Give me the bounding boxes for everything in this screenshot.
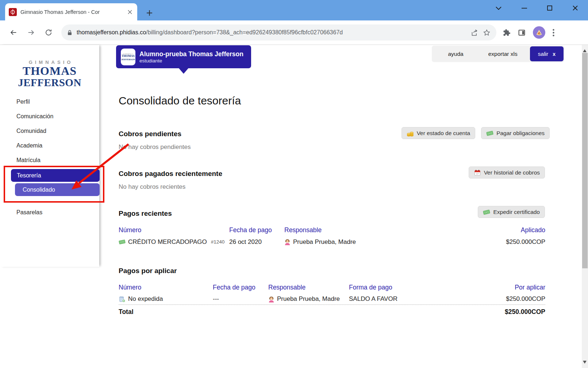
sidebar-item-perfil[interactable]: Perfil bbox=[16, 99, 30, 105]
pagos-recientes-header-row: Número Fecha de pago Responsable Aplicad… bbox=[119, 224, 545, 236]
logo-thomas: THOMAS bbox=[0, 65, 99, 77]
col-fecha: Fecha de pago bbox=[213, 284, 268, 291]
ayuda-link[interactable]: ayuda bbox=[435, 51, 476, 57]
salir-label: salir bbox=[538, 51, 548, 57]
pagos-por-aplicar-title: Pagos por aplicar bbox=[119, 267, 177, 275]
scroll-up-icon[interactable] bbox=[583, 47, 587, 52]
close-window-button[interactable] bbox=[562, 0, 588, 16]
coins-icon bbox=[407, 130, 414, 137]
url-domain: thomasjefferson.phidias.co bbox=[77, 29, 146, 35]
extensions-puzzle-icon[interactable] bbox=[503, 29, 511, 37]
school-logo: GIMNASIO THOMAS JEFFERSON bbox=[0, 60, 99, 88]
cobros-pendientes-empty: No hay cobros pendientes bbox=[119, 143, 191, 151]
side-panel-icon[interactable] bbox=[518, 29, 526, 37]
total-value: $250.000COP bbox=[476, 308, 545, 316]
user-name: Alumno-prueba Thomas Jefferson bbox=[139, 50, 243, 58]
pagos-recientes-title: Pagos recientes bbox=[119, 210, 172, 218]
cobros-pendientes-buttons: Ver estado de cuenta Pagar obligaciones bbox=[401, 127, 550, 139]
browser-menu-icon[interactable] bbox=[553, 29, 554, 37]
col-responsable: Responsable bbox=[284, 226, 476, 234]
tab-search-chevron-icon[interactable] bbox=[486, 0, 511, 16]
page-content: ayuda exportar xls salir x GIMNASIO THOM… bbox=[0, 45, 588, 368]
profile-avatar[interactable] bbox=[533, 26, 545, 39]
salir-button[interactable]: salir x bbox=[530, 46, 564, 61]
phidias-favicon-icon bbox=[9, 8, 17, 16]
header-action-bar: ayuda exportar xls salir x bbox=[432, 46, 564, 62]
cobros-pendientes-title: Cobros pendientes bbox=[119, 130, 181, 138]
col-responsable: Responsable bbox=[268, 284, 349, 291]
pago-numero: No expedida bbox=[128, 295, 163, 303]
pago-numero[interactable]: CRÉDITO MERCADOPAGO bbox=[128, 238, 207, 246]
pagos-por-aplicar-row: No expedida --- Prueba Prueba, Madre SAL… bbox=[119, 294, 545, 305]
new-tab-button[interactable] bbox=[145, 9, 153, 17]
forward-icon[interactable] bbox=[25, 26, 37, 39]
page-scrollbar[interactable] bbox=[582, 45, 588, 368]
sidebar-item-comunidad[interactable]: Comunidad bbox=[16, 128, 46, 134]
expedir-certificado-button[interactable]: Expedir certificado bbox=[478, 206, 545, 218]
lock-icon bbox=[67, 30, 72, 36]
pago-responsable: Prueba Prueba, Madre bbox=[293, 238, 356, 246]
user-role: estudiante bbox=[139, 58, 243, 64]
col-por-aplicar: Por aplicar bbox=[476, 284, 545, 291]
exportar-xls-link[interactable]: exportar xls bbox=[476, 51, 530, 57]
user-badge[interactable]: GIMNASIO THOMAS JEFFERSON Alumno-prueba … bbox=[116, 45, 251, 68]
receipt-icon bbox=[119, 296, 126, 303]
pagos-por-aplicar-header-row: Número Fecha de pago Responsable Forma d… bbox=[119, 281, 545, 294]
ver-estado-label: Ver estado de cuenta bbox=[417, 130, 470, 137]
page-title: Consolidado de tesorería bbox=[119, 95, 241, 107]
col-aplicado: Aplicado bbox=[476, 226, 545, 234]
ver-estado-de-cuenta-button[interactable]: Ver estado de cuenta bbox=[401, 127, 476, 139]
pago-fecha: --- bbox=[213, 295, 268, 303]
cobros-pagados-empty: No hay cobros recientes bbox=[119, 183, 185, 191]
calendar-icon: 17 bbox=[474, 169, 481, 176]
badge-pointer bbox=[179, 68, 188, 74]
scroll-down-icon[interactable] bbox=[583, 361, 587, 365]
col-numero: Número bbox=[119, 226, 229, 234]
pagos-recientes-row: CRÉDITO MERCADOPAGO #1240 26 oct 2020 Pr… bbox=[119, 236, 545, 248]
url-path: /billing/dashboard?person=738&_ach=ed926… bbox=[146, 29, 343, 35]
tab-close-icon[interactable] bbox=[126, 8, 134, 16]
pagar-obligaciones-label: Pagar obligaciones bbox=[496, 130, 545, 137]
annotation-highlight-rectangle bbox=[4, 166, 104, 203]
maximize-button[interactable] bbox=[537, 0, 562, 16]
pago-aplicado: $250.000COP bbox=[476, 238, 545, 246]
pagos-recientes-table: Número Fecha de pago Responsable Aplicad… bbox=[119, 224, 545, 248]
address-bar[interactable]: thomasjefferson.phidias.co/billing/dashb… bbox=[61, 24, 496, 41]
browser-toolbar: thomasjefferson.phidias.co/billing/dashb… bbox=[0, 20, 588, 45]
scrollbar-thumb[interactable] bbox=[582, 53, 588, 268]
pagos-por-aplicar-table: Número Fecha de pago Responsable Forma d… bbox=[119, 281, 545, 319]
total-row: Total $250.000COP bbox=[119, 305, 545, 319]
browser-tab[interactable]: Gimnasio Thomas Jefferson - Cor bbox=[5, 3, 137, 20]
sidebar-item-comunicacion[interactable]: Comunicación bbox=[16, 113, 53, 120]
reload-icon[interactable] bbox=[42, 26, 55, 39]
back-icon[interactable] bbox=[7, 26, 20, 39]
salir-close-icon: x bbox=[553, 51, 556, 57]
cobros-pagados-buttons: 17 Ver historial de cobros bbox=[469, 166, 545, 179]
sidebar-item-academia[interactable]: Academia bbox=[16, 142, 42, 149]
pagar-obligaciones-button[interactable]: Pagar obligaciones bbox=[481, 127, 550, 139]
sidebar-item-matricula[interactable]: Matrícula bbox=[16, 157, 41, 164]
svg-text:17: 17 bbox=[476, 173, 479, 175]
person-icon bbox=[284, 238, 291, 245]
logo-jefferson: JEFFERSON bbox=[0, 77, 99, 88]
pago-por-aplicar: $250.000COP bbox=[476, 295, 545, 303]
expedir-certificado-label: Expedir certificado bbox=[493, 209, 540, 215]
minimize-button[interactable] bbox=[511, 0, 537, 16]
ver-historial-de-cobros-button[interactable]: 17 Ver historial de cobros bbox=[469, 166, 545, 179]
avatar-logo-line2: THOMAS bbox=[122, 55, 135, 58]
cobros-pagados-title: Cobros pagados recientemente bbox=[119, 170, 222, 178]
pago-fecha: 26 oct 2020 bbox=[229, 238, 284, 246]
share-icon[interactable] bbox=[471, 29, 479, 36]
sidebar-item-pasarelas[interactable]: Pasarelas bbox=[16, 209, 42, 216]
total-label: Total bbox=[119, 308, 476, 316]
user-badge-avatar: GIMNASIO THOMAS JEFFERSON bbox=[121, 49, 135, 65]
browser-window: Gimnasio Thomas Jefferson - Cor bbox=[0, 0, 588, 368]
tab-title: Gimnasio Thomas Jefferson - Cor bbox=[20, 9, 123, 15]
pago-ref: #1240 bbox=[211, 239, 225, 245]
bookmark-star-icon[interactable] bbox=[483, 29, 491, 37]
col-fecha: Fecha de pago bbox=[229, 226, 284, 234]
pagos-recientes-buttons: Expedir certificado bbox=[478, 206, 545, 218]
browser-titlebar: Gimnasio Thomas Jefferson - Cor bbox=[0, 0, 588, 20]
banknote-icon bbox=[486, 130, 493, 137]
banknote-icon bbox=[119, 238, 126, 245]
